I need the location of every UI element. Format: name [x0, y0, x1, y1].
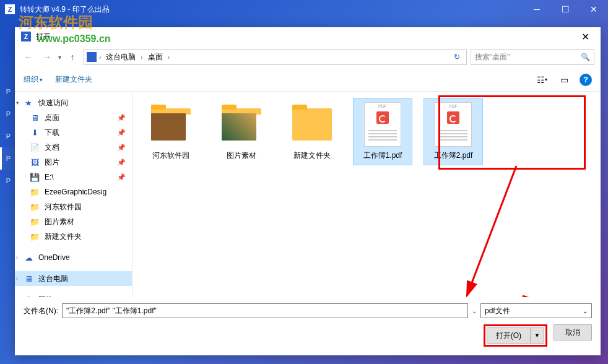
sidebar-this-pc[interactable]: ›🖥这台电脑	[15, 271, 132, 286]
drive-icon: 💾	[30, 172, 40, 182]
sidebar-folder-ezee[interactable]: 📁EzeeGraphicDesig	[15, 184, 132, 199]
sidebar-folder-new[interactable]: 📁新建文件夹	[15, 229, 132, 244]
search-placeholder: 搜索"桌面"	[475, 52, 510, 63]
nav-up-button[interactable]: ↑	[65, 50, 80, 64]
file-label: 新建文件夹	[293, 150, 331, 161]
search-icon: 🔍	[581, 53, 590, 61]
download-icon: ⬇	[30, 128, 40, 137]
annotation-arrow	[516, 290, 601, 297]
pin-icon: 📌	[117, 158, 126, 167]
address-bar: ← → ▾ ↑ › 这台电脑 › 桌面 › ↻ 搜索"桌面" 🔍	[15, 46, 601, 68]
star-icon: ★	[24, 98, 33, 108]
file-label: 图片素材	[227, 150, 256, 161]
nav-back-button[interactable]: ←	[21, 50, 36, 64]
left-tab[interactable]: P	[0, 103, 15, 125]
chevron-right-icon: ›	[168, 54, 170, 61]
nav-forward-button[interactable]: →	[40, 50, 54, 64]
search-input[interactable]: 搜索"桌面" 🔍	[471, 49, 594, 65]
sidebar-pictures[interactable]: 🖼图片📌	[15, 155, 132, 170]
sidebar-onedrive[interactable]: ›☁OneDrive	[15, 250, 132, 265]
left-tab[interactable]: P	[0, 170, 15, 192]
left-tab[interactable]: P	[0, 147, 15, 170]
filename-input[interactable]	[62, 303, 468, 318]
file-item-pdf[interactable]: 工作簿1.pdf	[353, 98, 412, 165]
file-item-folder[interactable]: 河东软件园	[141, 98, 201, 165]
document-icon: 📄	[30, 142, 40, 152]
path-segment-thispc[interactable]: 这台电脑	[103, 51, 138, 64]
dialog-title: 打开	[36, 32, 51, 42]
file-item-pdf[interactable]: 工作簿2.pdf	[423, 98, 483, 165]
chevron-right-icon: ›	[99, 54, 101, 61]
pc-icon	[87, 52, 97, 62]
app-titlebar: Z 转转大师 v4.9 - 印了么出品 ─ ☐ ✕	[0, 0, 608, 19]
app-left-tabs: P P P P P	[0, 80, 15, 192]
cloud-icon: ☁	[24, 253, 33, 262]
file-item-folder[interactable]: 新建文件夹	[282, 98, 342, 165]
minimize-button[interactable]: ─	[523, 0, 551, 19]
path-breadcrumb[interactable]: › 这台电脑 › 桌面 › ↻	[84, 49, 467, 65]
view-mode-button[interactable]: ☷ ▾	[535, 73, 549, 87]
nav-history-chevron[interactable]: ▾	[58, 54, 61, 61]
new-folder-button[interactable]: 新建文件夹	[55, 74, 92, 85]
refresh-button[interactable]: ↻	[450, 53, 464, 61]
file-label: 工作簿2.pdf	[434, 150, 473, 161]
annotation-highlight-open: 打开(O) ▼	[484, 324, 547, 347]
close-button[interactable]: ✕	[580, 0, 608, 19]
dialog-toolbar: 组织 ▾ 新建文件夹 ☷ ▾ ▭ ?	[15, 68, 601, 92]
filename-label: 文件名(N):	[24, 306, 58, 316]
folder-icon: 📁	[30, 232, 40, 241]
sidebar-folder-picmat[interactable]: 📁图片素材	[15, 214, 132, 229]
file-type-filter[interactable]: pdf文件 ⌄	[480, 303, 592, 318]
sidebar-desktop[interactable]: 🖥桌面📌	[15, 110, 132, 125]
desktop-icon: 🖥	[30, 113, 40, 123]
dialog-titlebar: Z 打开 ✕	[15, 27, 601, 46]
dialog-icon: Z	[21, 32, 31, 41]
file-item-folder[interactable]: 图片素材	[212, 98, 271, 165]
dialog-bottom-bar: 文件名(N): ⌄ pdf文件 ⌄ 打开(O) ▼ 取消	[15, 297, 601, 355]
path-segment-desktop[interactable]: 桌面	[145, 51, 165, 64]
chevron-down-icon: ⌄	[583, 308, 588, 314]
svg-line-0	[467, 166, 516, 296]
filename-history-chevron[interactable]: ⌄	[472, 308, 477, 314]
app-title: 转转大师 v4.9 - 印了么出品	[20, 4, 110, 15]
network-icon: 🖧	[24, 295, 33, 297]
folder-icon: 📁	[30, 202, 40, 212]
maximize-button[interactable]: ☐	[551, 0, 580, 19]
sidebar-folder-hedong[interactable]: 📁河东软件园	[15, 199, 132, 214]
open-file-dialog: Z 打开 ✕ ← → ▾ ↑ › 这台电脑 › 桌面 › ↻ 搜索"桌面" 🔍 …	[15, 27, 601, 355]
file-label: 工作簿1.pdf	[363, 150, 402, 161]
folder-icon: 📁	[30, 187, 40, 197]
left-tab[interactable]: P	[0, 80, 15, 103]
pin-icon: 📌	[117, 144, 126, 152]
preview-pane-button[interactable]: ▭	[557, 73, 571, 87]
sidebar-tree: ▾★快速访问 🖥桌面📌 ⬇下载📌 📄文档📌 🖼图片📌 💾E:\📌 📁EzeeGr…	[15, 92, 132, 297]
sidebar-documents[interactable]: 📄文档📌	[15, 140, 132, 155]
open-dropdown-chevron[interactable]: ▼	[531, 332, 544, 339]
dialog-close-button[interactable]: ✕	[576, 31, 594, 43]
sidebar-quick-access[interactable]: ▾★快速访问	[15, 95, 132, 110]
pin-icon: 📌	[117, 114, 126, 122]
sidebar-e-drive[interactable]: 💾E:\📌	[15, 170, 132, 184]
open-button[interactable]: 打开(O) ▼	[487, 327, 544, 344]
help-button[interactable]: ?	[580, 74, 592, 86]
pc-icon: 🖥	[24, 274, 33, 284]
organize-button[interactable]: 组织 ▾	[24, 74, 43, 85]
annotation-arrow	[454, 160, 578, 297]
svg-line-1	[523, 296, 594, 297]
left-tab[interactable]: P	[0, 125, 15, 147]
cancel-button[interactable]: 取消	[554, 324, 592, 340]
sidebar-downloads[interactable]: ⬇下载📌	[15, 125, 132, 140]
pin-icon: 📌	[117, 129, 126, 137]
app-icon: Z	[5, 4, 15, 14]
pin-icon: 📌	[117, 173, 126, 181]
chevron-right-icon: ›	[141, 54, 142, 61]
pictures-icon: 🖼	[30, 157, 40, 167]
folder-icon: 📁	[30, 217, 40, 227]
file-label: 河东软件园	[152, 150, 189, 161]
file-list[interactable]: 河东软件园 图片素材 新建文件夹 工作簿1.pdf 工作簿2.pdf	[132, 92, 601, 297]
sidebar-network[interactable]: ›🖧网络	[15, 292, 132, 297]
